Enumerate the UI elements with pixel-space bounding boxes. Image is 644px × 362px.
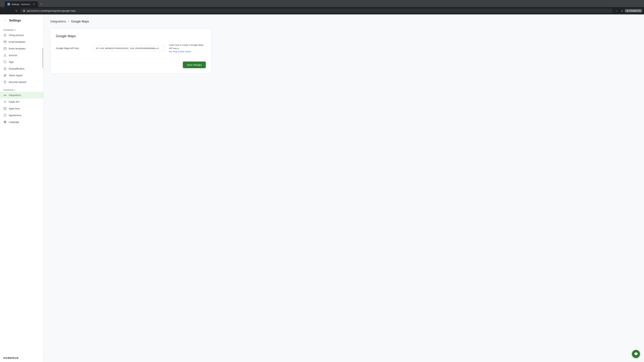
svg-line-10 [4, 55, 5, 56]
svg-rect-2 [4, 48, 6, 50]
chat-icon: 💬 [634, 352, 638, 356]
main-content: Integrations > Google Maps Google Maps G… [44, 14, 644, 362]
sidebar-item-label: Tags [9, 61, 14, 63]
help-text: Learn how to create a Google Maps API Ke… [169, 43, 206, 53]
reload-button[interactable]: ↻ [14, 8, 19, 13]
svg-point-16 [4, 95, 5, 95]
sidebar-item-email-templates[interactable]: Email templates [0, 38, 44, 45]
sidebar-item-integrations[interactable]: Integrations [0, 92, 44, 98]
incognito-icon: 🕵 [626, 9, 629, 12]
active-tab[interactable]: H Settings · Homerun ✕ [5, 1, 38, 7]
sidebar-item-label: Email templates [9, 40, 26, 43]
svg-point-17 [5, 95, 6, 95]
app-layout: ← Settings Candidates ▾ Hiring process [0, 14, 644, 362]
tab-title: Settings · Homerun [12, 3, 30, 5]
reader-mode-button[interactable]: ⊡ [620, 8, 624, 13]
card-title: Google Maps [56, 34, 206, 38]
event-icon [3, 47, 7, 50]
svg-point-7 [4, 56, 4, 56]
sidebar-item-label: Hiring process [9, 34, 24, 36]
breadcrumb-separator: > [68, 20, 69, 23]
disqualify-icon [3, 67, 7, 70]
sidebar-content: Candidates ▾ Hiring process Email templa… [0, 25, 44, 354]
svg-line-11 [5, 55, 6, 56]
api-key-label: Google Maps API Key: [56, 47, 90, 50]
svg-point-19 [5, 102, 6, 102]
new-tab-button[interactable]: + [39, 2, 44, 7]
sidebar-item-label: Apply form [9, 107, 20, 110]
card-footer: Save changes [56, 59, 206, 68]
svg-point-6 [5, 54, 5, 55]
sidebar-item-public-api[interactable]: Public API [0, 98, 44, 105]
forward-button[interactable]: → [8, 8, 13, 13]
sidebar-item-label: Disqualification [9, 67, 24, 70]
save-changes-button[interactable]: Save changes [183, 61, 206, 68]
sidebar-item-label: Public API [9, 100, 20, 103]
sidebar-back-button[interactable]: ← [3, 18, 7, 23]
sidebar-item-sources[interactable]: Sources [0, 52, 44, 59]
sidebar-item-hiring-process[interactable]: Hiring process [0, 32, 44, 38]
sidebar-item-apply-form[interactable]: Apply form [0, 105, 44, 112]
sidebar-header: ← Settings [0, 14, 44, 25]
sidebar-item-label: Sources [9, 54, 17, 57]
api-key-input[interactable] [94, 45, 165, 51]
sidebar-scrollbar[interactable] [42, 48, 43, 68]
api-key-row: Google Maps API Key: Learn how to create… [56, 43, 206, 53]
lock-icon: 🔒 [23, 9, 25, 12]
form-icon [3, 107, 7, 110]
help-center-link[interactable]: this Help Center article [169, 50, 191, 53]
sidebar-item-appearance[interactable]: Appearance [0, 112, 44, 119]
breadcrumb: Integrations > Google Maps [50, 20, 637, 23]
sidebar-item-label: Talent clipper [9, 74, 23, 77]
email-icon [3, 40, 7, 43]
sidebar-item-disqualification[interactable]: Disqualification [0, 65, 44, 72]
sidebar-footer: HOMERUN [0, 354, 44, 362]
homerun-logo: HOMERUN [3, 357, 40, 359]
integrations-icon [3, 93, 7, 97]
tab-bar: ‹ H Settings · Homerun ✕ + [0, 0, 644, 7]
help-text-before-link: Learn how to create a Google Maps API Ke… [169, 44, 204, 50]
breadcrumb-parent[interactable]: Integrations [50, 20, 66, 23]
sidebar: ← Settings Candidates ▾ Hiring process [0, 14, 44, 362]
svg-point-8 [6, 56, 6, 56]
tab-scroll-left[interactable]: ‹ [1, 2, 4, 6]
sidebar-item-event-templates[interactable]: Event templates [0, 45, 44, 52]
sources-icon [3, 54, 7, 57]
incognito-badge: 🕵 Incognito (3) [625, 9, 642, 12]
svg-point-18 [4, 102, 5, 102]
candidates-section-label: Candidates ▾ [0, 27, 44, 32]
customize-section-label: Customize ▾ [0, 87, 44, 92]
tab-favicon: H [8, 3, 10, 5]
sidebar-title: Settings [9, 19, 21, 22]
appearance-icon [3, 114, 7, 117]
process-icon [3, 33, 7, 37]
sidebar-item-recently-deleted[interactable]: Recently deleted [0, 79, 44, 85]
incognito-label: Incognito (3) [630, 9, 641, 12]
breadcrumb-current: Google Maps [71, 20, 89, 23]
chevron-down-icon: ▾ [15, 29, 16, 31]
chevron-down-icon: ▾ [14, 89, 15, 91]
url-bar[interactable]: 🔒 app.homerun.co/settings/integrations/g… [20, 8, 613, 13]
svg-point-0 [4, 34, 6, 36]
tab-close-button[interactable]: ✕ [32, 3, 36, 6]
tags-icon [3, 60, 7, 64]
sidebar-item-talent-clipper[interactable]: Talent clipper [0, 72, 44, 79]
sidebar-item-label: Event templates [9, 47, 26, 50]
address-right-buttons: ☆ ⊡ 🕵 Incognito (3) [614, 8, 642, 13]
sidebar-item-label: Language [9, 121, 19, 123]
url-text: app.homerun.co/settings/integrations/goo… [27, 9, 76, 12]
address-bar: ← → ↻ 🔒 app.homerun.co/settings/integrat… [0, 7, 644, 14]
sidebar-item-tags[interactable]: Tags [0, 59, 44, 65]
back-button[interactable]: ← [2, 8, 7, 13]
google-maps-card: Google Maps Google Maps API Key: Learn h… [50, 29, 211, 74]
language-icon [3, 120, 7, 124]
chat-fab-button[interactable]: 💬 [632, 350, 640, 358]
sidebar-item-label: Recently deleted [9, 81, 26, 83]
sidebar-item-label: Appearance [9, 114, 22, 117]
trash-icon [3, 80, 7, 84]
clip-icon [3, 74, 7, 77]
sidebar-item-label: Integrations [9, 94, 21, 96]
sidebar-item-language[interactable]: Language [0, 119, 44, 125]
browser-chrome: ‹ H Settings · Homerun ✕ + ← → ↻ 🔒 app.h… [0, 0, 644, 14]
bookmark-button[interactable]: ☆ [614, 8, 619, 13]
